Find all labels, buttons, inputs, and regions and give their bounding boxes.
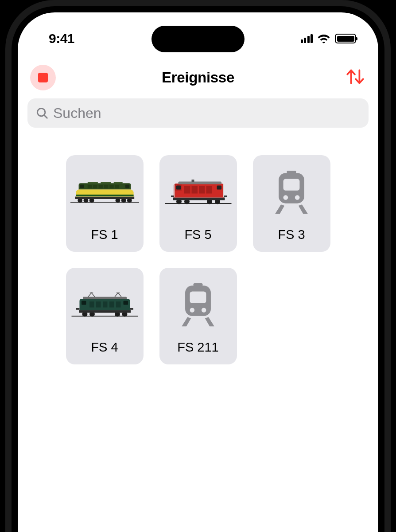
sort-button[interactable]: [345, 67, 366, 88]
svg-rect-57: [109, 301, 114, 308]
svg-line-1: [44, 115, 47, 118]
event-card-fs211[interactable]: FS 211: [159, 268, 237, 364]
event-label: FS 3: [278, 227, 305, 242]
svg-rect-35: [206, 186, 212, 194]
svg-point-64: [202, 308, 206, 313]
device-volume-down: [0, 259, 2, 310]
svg-point-43: [295, 195, 300, 200]
svg-rect-9: [75, 196, 134, 199]
svg-rect-56: [103, 301, 108, 308]
svg-rect-51: [83, 297, 127, 299]
svg-rect-60: [130, 308, 133, 310]
svg-rect-20: [109, 185, 113, 188]
event-image-fs3: [257, 162, 326, 223]
svg-rect-29: [191, 180, 194, 182]
event-label: FS 4: [91, 340, 118, 355]
svg-rect-21: [115, 185, 119, 188]
event-image-fs211: [164, 275, 233, 336]
svg-rect-19: [104, 185, 108, 188]
stop-icon: [38, 73, 48, 82]
svg-rect-55: [96, 301, 101, 308]
svg-rect-52: [82, 301, 86, 305]
svg-rect-12: [101, 182, 111, 184]
search-input[interactable]: [53, 105, 361, 121]
event-image-fs4: [70, 275, 139, 336]
svg-rect-13: [113, 182, 122, 184]
tram-icon: [272, 171, 311, 215]
svg-rect-38: [171, 196, 174, 197]
svg-rect-65: [193, 283, 202, 286]
svg-rect-54: [89, 301, 94, 308]
svg-rect-10: [76, 194, 133, 196]
battery-icon: [335, 34, 356, 43]
event-image-fs5: [164, 162, 233, 223]
device-frame: 9:41: [5, 0, 391, 532]
event-card-fs5[interactable]: FS 5: [159, 155, 237, 252]
svg-rect-28: [178, 181, 221, 184]
event-card-fs4[interactable]: FS 4: [66, 268, 144, 364]
search-field[interactable]: [27, 98, 369, 128]
svg-point-63: [190, 308, 195, 313]
event-image-fs1: [70, 162, 139, 223]
device-power-button: [394, 222, 396, 301]
svg-rect-14: [80, 184, 84, 188]
svg-rect-58: [116, 301, 121, 308]
svg-rect-34: [199, 186, 205, 194]
svg-rect-18: [98, 185, 102, 188]
event-label: FS 5: [184, 227, 211, 242]
event-card-fs3[interactable]: FS 3: [253, 155, 330, 252]
dynamic-island: [151, 26, 245, 52]
svg-point-42: [283, 195, 288, 200]
events-grid: FS 1: [35, 155, 361, 364]
svg-rect-59: [76, 308, 80, 310]
svg-rect-16: [87, 185, 91, 188]
device-mute-switch: [0, 149, 2, 171]
device-volume-up: [0, 191, 2, 242]
sort-arrows-icon: [345, 67, 366, 86]
svg-rect-50: [79, 310, 131, 313]
svg-rect-62: [190, 291, 206, 303]
svg-rect-30: [176, 185, 181, 189]
svg-rect-44: [287, 171, 296, 174]
nav-header: Ereignisse: [18, 52, 378, 98]
svg-rect-32: [184, 186, 190, 194]
tram-icon: [179, 283, 217, 328]
cellular-signal-icon: [301, 34, 313, 43]
event-card-fs1[interactable]: FS 1: [66, 155, 144, 252]
page-title: Ereignisse: [162, 69, 234, 86]
svg-rect-17: [93, 185, 97, 188]
svg-rect-41: [283, 179, 300, 190]
svg-rect-27: [173, 197, 225, 200]
svg-rect-53: [123, 301, 128, 305]
svg-rect-33: [191, 186, 198, 194]
stop-button[interactable]: [30, 65, 56, 90]
event-label: FS 211: [177, 340, 219, 355]
event-label: FS 1: [91, 227, 118, 242]
svg-rect-11: [87, 182, 97, 184]
status-time: 9:41: [49, 31, 74, 46]
svg-rect-39: [224, 196, 227, 197]
svg-rect-15: [125, 184, 129, 188]
search-icon: [35, 106, 49, 120]
wifi-icon: [317, 34, 330, 43]
svg-rect-31: [217, 185, 221, 189]
